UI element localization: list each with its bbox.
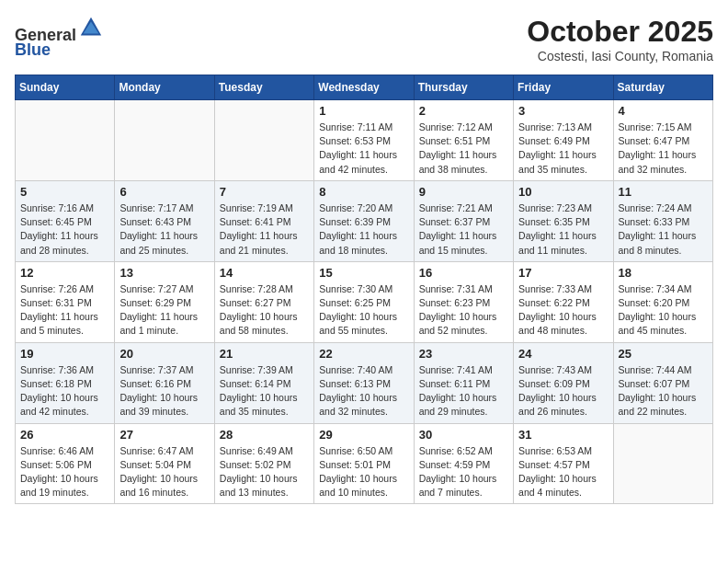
day-info: Sunrise: 7:17 AM Sunset: 6:43 PM Dayligh…	[119, 201, 209, 258]
calendar-cell	[16, 100, 115, 181]
weekday-header-saturday: Saturday	[613, 75, 712, 100]
calendar-cell: 23Sunrise: 7:41 AM Sunset: 6:11 PM Dayli…	[414, 342, 513, 423]
weekday-header-friday: Friday	[514, 75, 613, 100]
day-number: 24	[518, 347, 608, 361]
day-info: Sunrise: 7:13 AM Sunset: 6:49 PM Dayligh…	[518, 121, 608, 177]
day-number: 26	[20, 428, 109, 442]
day-number: 3	[518, 104, 608, 118]
day-info: Sunrise: 7:37 AM Sunset: 6:16 PM Dayligh…	[119, 363, 209, 419]
day-number: 14	[220, 266, 309, 280]
day-number: 15	[319, 266, 408, 280]
day-info: Sunrise: 7:39 AM Sunset: 6:14 PM Dayligh…	[220, 363, 309, 419]
day-number: 1	[319, 104, 408, 118]
weekday-header-wednesday: Wednesday	[314, 75, 414, 100]
calendar-cell: 28Sunrise: 6:49 AM Sunset: 5:02 PM Dayli…	[214, 423, 313, 504]
calendar-cell: 10Sunrise: 7:23 AM Sunset: 6:35 PM Dayli…	[514, 180, 613, 261]
calendar-cell: 13Sunrise: 7:27 AM Sunset: 6:29 PM Dayli…	[115, 261, 214, 342]
calendar-cell: 15Sunrise: 7:30 AM Sunset: 6:25 PM Dayli…	[314, 261, 414, 342]
day-info: Sunrise: 7:40 AM Sunset: 6:13 PM Dayligh…	[319, 363, 408, 419]
calendar-cell: 6Sunrise: 7:17 AM Sunset: 6:43 PM Daylig…	[115, 180, 214, 261]
calendar-cell: 1Sunrise: 7:11 AM Sunset: 6:53 PM Daylig…	[314, 100, 414, 181]
logo-icon	[78, 15, 104, 40]
day-number: 21	[220, 347, 309, 361]
calendar-cell: 26Sunrise: 6:46 AM Sunset: 5:06 PM Dayli…	[16, 423, 115, 504]
calendar-cell	[115, 100, 214, 181]
logo: General Blue	[15, 15, 104, 60]
page-header: General Blue October 2025 Costesti, Iasi…	[15, 15, 713, 63]
day-info: Sunrise: 7:21 AM Sunset: 6:37 PM Dayligh…	[419, 201, 508, 258]
day-info: Sunrise: 7:20 AM Sunset: 6:39 PM Dayligh…	[319, 201, 408, 258]
day-number: 10	[518, 185, 608, 199]
logo-blue-text: Blue	[15, 40, 51, 59]
day-info: Sunrise: 6:47 AM Sunset: 5:04 PM Dayligh…	[119, 444, 209, 500]
day-info: Sunrise: 7:44 AM Sunset: 6:07 PM Dayligh…	[619, 363, 708, 419]
day-info: Sunrise: 7:36 AM Sunset: 6:18 PM Dayligh…	[20, 363, 109, 419]
calendar-cell	[613, 423, 712, 504]
day-number: 12	[20, 266, 109, 280]
day-number: 2	[419, 104, 508, 118]
calendar-week-row: 26Sunrise: 6:46 AM Sunset: 5:06 PM Dayli…	[16, 423, 713, 504]
calendar-cell: 31Sunrise: 6:53 AM Sunset: 4:57 PM Dayli…	[514, 423, 613, 504]
day-info: Sunrise: 7:31 AM Sunset: 6:23 PM Dayligh…	[419, 282, 508, 339]
calendar-cell: 4Sunrise: 7:15 AM Sunset: 6:47 PM Daylig…	[613, 100, 712, 181]
day-number: 11	[619, 185, 708, 199]
calendar-week-row: 5Sunrise: 7:16 AM Sunset: 6:45 PM Daylig…	[16, 180, 713, 261]
calendar-cell: 25Sunrise: 7:44 AM Sunset: 6:07 PM Dayli…	[613, 342, 712, 423]
day-number: 8	[319, 185, 408, 199]
day-info: Sunrise: 6:52 AM Sunset: 4:59 PM Dayligh…	[419, 444, 508, 500]
day-number: 30	[419, 428, 508, 442]
day-info: Sunrise: 6:50 AM Sunset: 5:01 PM Dayligh…	[319, 444, 408, 500]
calendar-cell: 21Sunrise: 7:39 AM Sunset: 6:14 PM Dayli…	[214, 342, 313, 423]
weekday-header-sunday: Sunday	[16, 75, 115, 100]
calendar-cell: 14Sunrise: 7:28 AM Sunset: 6:27 PM Dayli…	[214, 261, 313, 342]
day-number: 20	[119, 347, 209, 361]
day-info: Sunrise: 7:12 AM Sunset: 6:51 PM Dayligh…	[419, 121, 508, 177]
page-subtitle: Costesti, Iasi County, Romania	[527, 49, 713, 63]
day-info: Sunrise: 6:46 AM Sunset: 5:06 PM Dayligh…	[20, 444, 109, 500]
day-info: Sunrise: 7:15 AM Sunset: 6:47 PM Dayligh…	[619, 121, 708, 177]
day-info: Sunrise: 7:27 AM Sunset: 6:29 PM Dayligh…	[119, 282, 209, 339]
calendar-cell: 20Sunrise: 7:37 AM Sunset: 6:16 PM Dayli…	[115, 342, 214, 423]
day-number: 16	[419, 266, 508, 280]
day-info: Sunrise: 7:41 AM Sunset: 6:11 PM Dayligh…	[419, 363, 508, 419]
day-number: 22	[319, 347, 408, 361]
calendar-cell: 9Sunrise: 7:21 AM Sunset: 6:37 PM Daylig…	[414, 180, 513, 261]
day-info: Sunrise: 7:16 AM Sunset: 6:45 PM Dayligh…	[20, 201, 109, 258]
day-number: 31	[518, 428, 608, 442]
day-number: 4	[619, 104, 708, 118]
day-info: Sunrise: 7:30 AM Sunset: 6:25 PM Dayligh…	[319, 282, 408, 339]
day-info: Sunrise: 6:53 AM Sunset: 4:57 PM Dayligh…	[518, 444, 608, 500]
day-number: 19	[20, 347, 109, 361]
page-title: October 2025	[527, 15, 713, 49]
day-number: 29	[319, 428, 408, 442]
calendar-cell: 2Sunrise: 7:12 AM Sunset: 6:51 PM Daylig…	[414, 100, 513, 181]
calendar-cell: 11Sunrise: 7:24 AM Sunset: 6:33 PM Dayli…	[613, 180, 712, 261]
day-info: Sunrise: 7:24 AM Sunset: 6:33 PM Dayligh…	[619, 201, 708, 258]
calendar-table: SundayMondayTuesdayWednesdayThursdayFrid…	[15, 75, 713, 504]
weekday-header-monday: Monday	[115, 75, 214, 100]
day-info: Sunrise: 7:11 AM Sunset: 6:53 PM Dayligh…	[319, 121, 408, 177]
title-block: October 2025 Costesti, Iasi County, Roma…	[527, 15, 713, 63]
calendar-cell: 18Sunrise: 7:34 AM Sunset: 6:20 PM Dayli…	[613, 261, 712, 342]
day-info: Sunrise: 7:23 AM Sunset: 6:35 PM Dayligh…	[518, 201, 608, 258]
day-number: 18	[619, 266, 708, 280]
weekday-header-thursday: Thursday	[414, 75, 513, 100]
day-info: Sunrise: 7:26 AM Sunset: 6:31 PM Dayligh…	[20, 282, 109, 339]
day-number: 7	[220, 185, 309, 199]
day-number: 17	[518, 266, 608, 280]
calendar-cell: 17Sunrise: 7:33 AM Sunset: 6:22 PM Dayli…	[514, 261, 613, 342]
calendar-cell: 16Sunrise: 7:31 AM Sunset: 6:23 PM Dayli…	[414, 261, 513, 342]
calendar-week-row: 12Sunrise: 7:26 AM Sunset: 6:31 PM Dayli…	[16, 261, 713, 342]
day-number: 6	[119, 185, 209, 199]
day-info: Sunrise: 7:28 AM Sunset: 6:27 PM Dayligh…	[220, 282, 309, 339]
day-info: Sunrise: 7:43 AM Sunset: 6:09 PM Dayligh…	[518, 363, 608, 419]
day-number: 28	[220, 428, 309, 442]
calendar-cell: 27Sunrise: 6:47 AM Sunset: 5:04 PM Dayli…	[115, 423, 214, 504]
day-number: 23	[419, 347, 508, 361]
weekday-header-tuesday: Tuesday	[214, 75, 313, 100]
day-info: Sunrise: 7:34 AM Sunset: 6:20 PM Dayligh…	[619, 282, 708, 339]
calendar-cell	[214, 100, 313, 181]
day-info: Sunrise: 7:33 AM Sunset: 6:22 PM Dayligh…	[518, 282, 608, 339]
calendar-cell: 29Sunrise: 6:50 AM Sunset: 5:01 PM Dayli…	[314, 423, 414, 504]
day-info: Sunrise: 7:19 AM Sunset: 6:41 PM Dayligh…	[220, 201, 309, 258]
